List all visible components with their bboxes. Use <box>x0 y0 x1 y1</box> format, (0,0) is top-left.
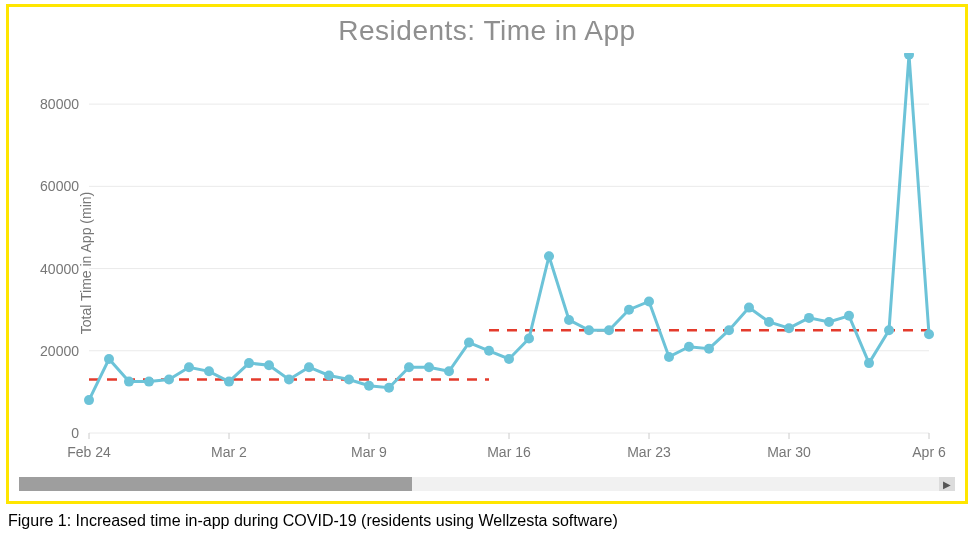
svg-text:Mar 16: Mar 16 <box>487 444 531 460</box>
data-point <box>284 375 294 385</box>
data-point <box>364 381 374 391</box>
data-point <box>164 375 174 385</box>
data-point <box>904 53 914 60</box>
data-point <box>344 375 354 385</box>
plot-area: Total Time in App (min) 0200004000060000… <box>19 53 955 473</box>
data-point <box>884 325 894 335</box>
data-point <box>544 251 554 261</box>
data-point <box>324 370 334 380</box>
data-point <box>924 329 934 339</box>
svg-text:40000: 40000 <box>40 261 79 277</box>
data-point <box>864 358 874 368</box>
data-point <box>704 344 714 354</box>
data-point <box>844 311 854 321</box>
data-point <box>104 354 114 364</box>
data-point <box>784 323 794 333</box>
line-chart-svg: 020000400006000080000Feb 24Mar 2Mar 9Mar… <box>19 53 949 473</box>
data-point <box>124 377 134 387</box>
data-point <box>824 317 834 327</box>
data-point <box>744 303 754 313</box>
data-point <box>464 338 474 348</box>
svg-text:Mar 9: Mar 9 <box>351 444 387 460</box>
data-point <box>304 362 314 372</box>
data-point <box>84 395 94 405</box>
svg-text:20000: 20000 <box>40 343 79 359</box>
data-point <box>504 354 514 364</box>
svg-text:60000: 60000 <box>40 178 79 194</box>
data-point <box>144 377 154 387</box>
data-point <box>524 333 534 343</box>
data-point <box>664 352 674 362</box>
chart-container: Residents: Time in App Total Time in App… <box>6 4 968 504</box>
data-point <box>404 362 414 372</box>
series-line <box>89 55 929 400</box>
data-point <box>264 360 274 370</box>
data-point <box>684 342 694 352</box>
data-point <box>224 377 234 387</box>
data-point <box>584 325 594 335</box>
svg-text:0: 0 <box>71 425 79 441</box>
data-point <box>444 366 454 376</box>
svg-text:Feb 24: Feb 24 <box>67 444 111 460</box>
data-point <box>624 305 634 315</box>
svg-text:Mar 30: Mar 30 <box>767 444 811 460</box>
chart-title: Residents: Time in App <box>19 15 955 47</box>
data-point <box>484 346 494 356</box>
svg-text:Mar 2: Mar 2 <box>211 444 247 460</box>
data-point <box>564 315 574 325</box>
svg-text:80000: 80000 <box>40 96 79 112</box>
data-point <box>604 325 614 335</box>
data-point <box>724 325 734 335</box>
data-point <box>424 362 434 372</box>
scroll-right-arrow[interactable]: ▶ <box>939 477 955 491</box>
data-point <box>204 366 214 376</box>
horizontal-scrollbar[interactable]: ▶ <box>19 477 955 491</box>
data-point <box>764 317 774 327</box>
data-point <box>644 296 654 306</box>
svg-text:Apr 6: Apr 6 <box>912 444 946 460</box>
data-point <box>184 362 194 372</box>
data-point <box>384 383 394 393</box>
data-point <box>244 358 254 368</box>
figure-caption: Figure 1: Increased time in-app during C… <box>8 512 968 530</box>
svg-text:Mar 23: Mar 23 <box>627 444 671 460</box>
y-axis-label: Total Time in App (min) <box>78 192 94 334</box>
data-point <box>804 313 814 323</box>
scrollbar-thumb[interactable] <box>19 477 412 491</box>
